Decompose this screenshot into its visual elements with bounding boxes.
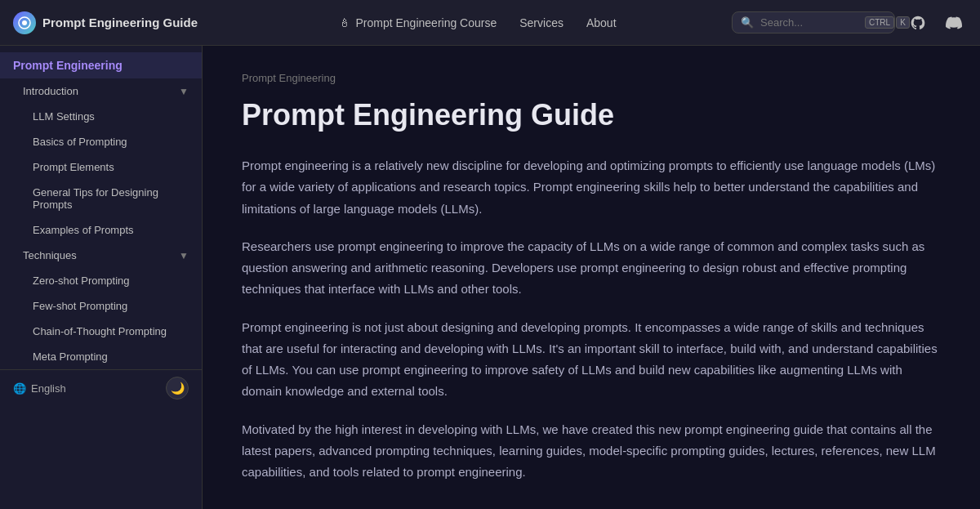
nav-course[interactable]: 🕯 Prompt Engineering Course xyxy=(329,11,506,34)
sidebar-item-few-shot[interactable]: Few-shot Prompting xyxy=(0,293,202,319)
search-input[interactable] xyxy=(760,16,858,29)
search-box[interactable]: 🔍 CTRL K xyxy=(732,11,895,33)
sidebar-item-basics[interactable]: Basics of Prompting xyxy=(0,129,202,154)
sidebar: Prompt Engineering Introduction ▼ LLM Se… xyxy=(0,46,203,509)
theme-toggle-button[interactable]: 🌙 xyxy=(166,377,189,400)
svg-point-1 xyxy=(22,20,27,25)
search-shortcut: CTRL K xyxy=(865,16,910,29)
breadcrumb: Prompt Engineering xyxy=(242,72,941,84)
sidebar-item-techniques[interactable]: Techniques ▼ xyxy=(0,243,202,268)
flame-icon: 🕯 xyxy=(339,16,350,29)
nav-about[interactable]: About xyxy=(577,11,626,34)
discord-icon[interactable] xyxy=(941,10,967,36)
nav-services[interactable]: Services xyxy=(510,11,573,34)
sidebar-item-llm-settings[interactable]: LLM Settings xyxy=(0,104,202,129)
logo-icon xyxy=(13,11,36,34)
search-icon: 🔍 xyxy=(741,16,754,29)
sidebar-footer: 🌐 English 🌙 xyxy=(0,369,202,406)
sidebar-item-zero-shot[interactable]: Zero-shot Prompting xyxy=(0,268,202,293)
sidebar-item-prompt-elements[interactable]: Prompt Elements xyxy=(0,154,202,180)
github-icon[interactable] xyxy=(905,10,931,36)
paragraph-4: Motivated by the high interest in develo… xyxy=(242,419,941,484)
main-nav: 🕯 Prompt Engineering Course Services Abo… xyxy=(224,11,732,34)
sidebar-item-introduction[interactable]: Introduction ▼ xyxy=(0,78,202,104)
sidebar-section-prompt-engineering[interactable]: Prompt Engineering xyxy=(0,52,202,78)
header-icon-group xyxy=(905,10,967,36)
main-layout: Prompt Engineering Introduction ▼ LLM Se… xyxy=(0,46,980,509)
paragraph-2: Researchers use prompt engineering to im… xyxy=(242,236,941,301)
header: Prompt Engineering Guide 🕯 Prompt Engine… xyxy=(0,0,980,46)
chevron-down-icon-2: ▼ xyxy=(179,250,189,261)
paragraph-3: Prompt engineering is not just about des… xyxy=(242,317,941,403)
sidebar-item-meta-prompting[interactable]: Meta Prompting xyxy=(0,344,202,369)
logo-area[interactable]: Prompt Engineering Guide xyxy=(13,11,198,34)
chevron-down-icon: ▼ xyxy=(179,86,189,97)
sidebar-item-chain-of-thought[interactable]: Chain-of-Thought Prompting xyxy=(0,319,202,344)
sidebar-item-examples[interactable]: Examples of Prompts xyxy=(0,217,202,243)
language-selector[interactable]: 🌐 English xyxy=(13,382,66,395)
paragraph-1: Prompt engineering is a relatively new d… xyxy=(242,155,941,220)
globe-icon: 🌐 xyxy=(13,382,26,395)
site-title: Prompt Engineering Guide xyxy=(42,16,198,29)
main-content: Prompt Engineering Prompt Engineering Gu… xyxy=(203,46,980,509)
sidebar-item-general-tips[interactable]: General Tips for Designing Prompts xyxy=(0,180,202,217)
page-title: Prompt Engineering Guide xyxy=(242,97,941,132)
